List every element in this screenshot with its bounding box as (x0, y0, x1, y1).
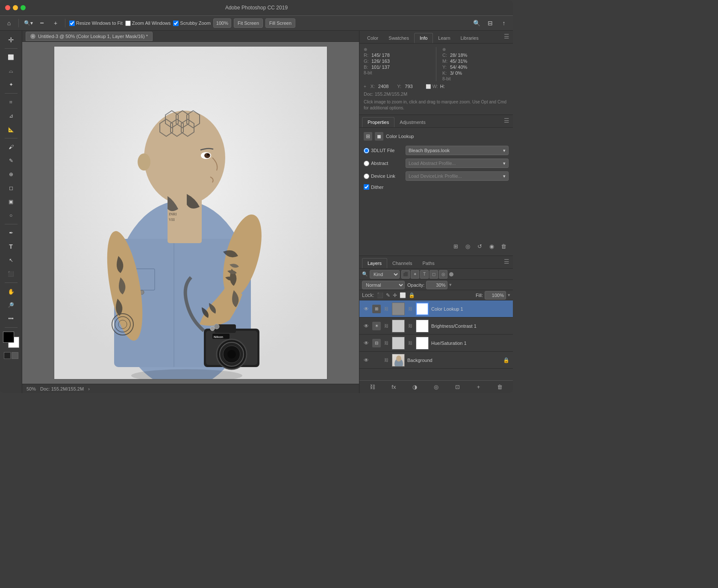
layer-hue-saturation[interactable]: 👁 ⊟ ⛓ ⛓ Hue/Saturation 1 (359, 335, 513, 352)
tab-info[interactable]: Info (414, 33, 433, 43)
lut-select[interactable]: Bleach Bypass.look ▾ (406, 146, 509, 155)
canvas-image[interactable]: INRI VIII (54, 46, 327, 379)
screen-mode-icon[interactable] (12, 352, 18, 359)
lock-brush-icon[interactable]: ✎ (386, 292, 390, 298)
opacity-chevron[interactable]: ▾ (449, 282, 452, 288)
zoom-in-button[interactable]: + (50, 18, 61, 28)
resize-windows-checkbox[interactable]: Resize Windows to Fit (69, 21, 123, 26)
brush-tool[interactable]: 🖌 (4, 141, 18, 153)
zoom-out-button[interactable]: − (36, 18, 47, 28)
link-layers-button[interactable]: ⛓ (368, 382, 378, 392)
layer-eye-hue[interactable]: 👁 (363, 340, 370, 347)
reset-button[interactable]: ↺ (474, 241, 485, 251)
clip-button[interactable]: ◉ (486, 241, 497, 251)
device-select[interactable]: Load DeviceLink Profile... ▾ (406, 171, 509, 181)
maximize-button[interactable] (21, 5, 26, 10)
share-icon[interactable]: ↑ (498, 18, 509, 28)
layer-eye-background[interactable]: 👁 (363, 357, 370, 364)
shape-tool[interactable]: ⬛ (4, 268, 18, 280)
gradient-tool[interactable]: ▣ (4, 195, 18, 208)
kind-filter-select[interactable]: Kind (370, 270, 400, 279)
lasso-tool[interactable]: ⌓ (4, 65, 18, 77)
tab-color[interactable]: Color (362, 33, 383, 43)
scrubby-zoom-checkbox[interactable]: Scrubby Zoom (173, 21, 211, 26)
layer-styles-button[interactable]: fx (388, 382, 399, 392)
hand-tool[interactable]: ✋ (4, 285, 18, 298)
lock-artboard-icon[interactable]: ⬜ (400, 292, 406, 298)
layout-icon[interactable]: ⊟ (485, 18, 496, 28)
foreground-color[interactable] (3, 332, 14, 343)
layer-link-brightness[interactable]: ⛓ (383, 323, 389, 329)
crop-tool[interactable]: ⌗ (4, 96, 18, 109)
layer-link2-hue[interactable]: ⛓ (407, 340, 413, 346)
layer-brightness-contrast[interactable]: 👁 ☀ ⛓ ⛓ Brightness/Contrast 1 (359, 318, 513, 335)
delete-adjustment-button[interactable]: 🗑 (498, 241, 509, 251)
layer-background[interactable]: 👁 ⛓ Background 🔒 (359, 352, 513, 369)
clone-stamp-tool[interactable]: ✎ (4, 154, 18, 167)
type-filter-icon[interactable]: T (420, 270, 429, 279)
more-tools[interactable]: ••• (4, 312, 18, 325)
fill-chevron[interactable]: ▾ (508, 292, 510, 298)
fill-input[interactable] (485, 291, 506, 300)
dodge-tool[interactable]: ○ (4, 209, 18, 222)
add-mask-footer-button[interactable]: ◑ (410, 382, 420, 392)
move-tool[interactable]: ✛ (4, 33, 18, 46)
magic-wand-tool[interactable]: ✦ (4, 78, 18, 91)
pen-tool[interactable]: ✒ (4, 226, 18, 239)
layer-eye-color-lookup[interactable]: 👁 (363, 306, 370, 312)
marquee-tool[interactable]: ⬜ (4, 51, 18, 64)
eyedropper-tool[interactable]: ⊿ (4, 109, 18, 122)
tab-paths[interactable]: Paths (418, 258, 440, 268)
layer-link2-brightness[interactable]: ⛓ (407, 323, 413, 329)
visibility-button[interactable]: ◎ (462, 241, 473, 251)
dither-checkbox[interactable]: Dither (364, 184, 509, 190)
opacity-input[interactable]: 30% (426, 281, 447, 289)
tab-libraries[interactable]: Libraries (456, 33, 484, 43)
new-group-button[interactable]: ⊡ (452, 382, 462, 392)
path-selection-tool[interactable]: ↖ (4, 254, 18, 267)
device-radio[interactable]: Device Link (364, 173, 402, 179)
layer-eye-brightness[interactable]: 👁 (363, 323, 370, 329)
home-button[interactable]: ⌂ (3, 18, 15, 28)
fill-screen-button[interactable]: Fill Screen (265, 18, 295, 28)
shape-filter-icon[interactable]: ◻ (430, 270, 438, 279)
pixel-filter-icon[interactable]: ⬛ (401, 270, 410, 279)
delete-layer-button[interactable]: 🗑 (494, 382, 505, 392)
eraser-tool[interactable]: ◻ (4, 182, 18, 194)
tab-layers[interactable]: Layers (362, 258, 387, 268)
tab-channels[interactable]: Channels (387, 258, 417, 268)
type-tool[interactable]: T (4, 240, 18, 253)
canvas-container[interactable]: INRI VIII (22, 42, 359, 384)
blend-mode-select[interactable]: Normal (362, 281, 405, 289)
info-panel-menu[interactable]: ☰ (504, 33, 509, 40)
document-tab[interactable]: × Untitled-3 @ 50% (Color Lookup 1, Laye… (26, 32, 153, 41)
foreground-background-colors[interactable] (3, 332, 19, 348)
add-mask-button[interactable]: ⊞ (450, 241, 461, 251)
tab-properties[interactable]: Properties (362, 117, 394, 127)
layer-color-lookup[interactable]: 👁 ⊞ ⛓ ⛓ Color Lookup 1 (359, 300, 513, 318)
search-icon[interactable]: 🔍 (471, 18, 482, 28)
lock-move-icon[interactable]: ✛ (393, 292, 397, 298)
layer-link-background[interactable]: ⛓ (383, 357, 389, 363)
lock-pixels-icon[interactable]: ⬛ (377, 292, 383, 298)
nav-arrow[interactable]: › (88, 386, 90, 391)
layer-link-hue[interactable]: ⛓ (383, 340, 389, 346)
new-layer-button[interactable]: + (474, 382, 484, 392)
zoom-tool-button[interactable]: 🔍▾ (23, 18, 34, 28)
tab-adjustments[interactable]: Adjustments (394, 117, 431, 127)
tab-learn[interactable]: Learn (433, 33, 455, 43)
smart-filter-icon[interactable]: ◎ (439, 270, 447, 279)
quick-mask-icon[interactable] (4, 352, 11, 359)
close-button[interactable] (5, 5, 10, 10)
abstract-radio[interactable]: Abstract (364, 161, 402, 166)
lut-radio[interactable]: 3DLUT File (364, 148, 402, 153)
layer-link2-color-lookup[interactable]: ⛓ (407, 306, 413, 312)
minimize-button[interactable] (13, 5, 18, 10)
lock-all-icon[interactable]: 🔒 (409, 292, 415, 298)
fit-screen-button[interactable]: Fit Screen (234, 18, 263, 28)
zoom-all-checkbox[interactable]: Zoom All Windows (125, 21, 171, 26)
healing-tool[interactable]: ⊕ (4, 168, 18, 181)
tab-close-button[interactable]: × (30, 34, 35, 39)
adjustment-filter-icon[interactable]: ✦ (411, 270, 419, 279)
measure-tool[interactable]: 📐 (4, 123, 18, 136)
